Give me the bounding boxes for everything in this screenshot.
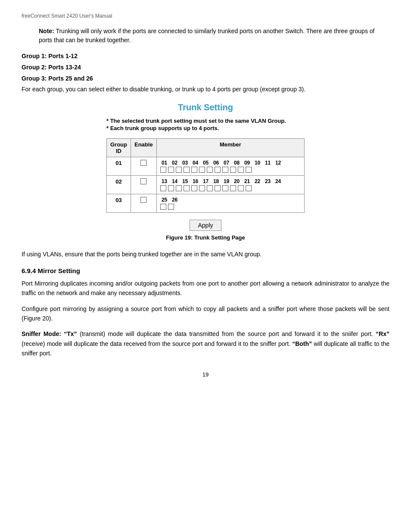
port-num-04: 04 [191,160,200,166]
port-num-17: 17 [202,178,210,184]
port-num-03: 03 [181,160,190,166]
port-num-05: 05 [202,160,210,166]
member-checkbox-g2-p1[interactable] [160,185,166,191]
tx-label: “Tx” [64,330,77,337]
port-num-06: 06 [212,160,221,166]
port-num-02: 02 [171,160,179,166]
port-num-25: 25 [160,197,169,203]
note-label: Note: [39,28,54,34]
member-checkbox-g3-p1[interactable] [160,204,166,210]
group-id-3: 03 [107,194,131,213]
trunk-table: GroupID Enable Member 010102030405060708… [106,138,305,213]
member-checkbox-g1-p4[interactable] [184,167,190,173]
port-num-22: 22 [253,178,262,184]
port-num-21: 21 [243,178,252,184]
group1-heading: Group 1: Ports 1-12 [22,53,389,59]
member-checkbox-g2-p11[interactable] [238,185,244,191]
note-block: Note: Trunking will only work if the por… [39,27,389,45]
enable-checkbox-1[interactable] [140,160,146,166]
port-num-23: 23 [264,178,272,184]
trunk-title: Trunk Setting [178,103,233,112]
section-694-para3: Sniffer Mode: “Tx” (transmit) mode will … [22,329,389,358]
port-num-10: 10 [253,160,262,166]
port-num-08: 08 [233,160,241,166]
member-checkbox-g1-p1[interactable] [160,167,166,173]
page-header: freeConnect Smart 2420 User's Manual [22,13,389,19]
trunk-note1: * The selected trunk port setting must s… [106,118,305,124]
port-num-18: 18 [212,178,221,184]
member-cell-1: 010203040506070809101112 [156,157,304,176]
note-text: Trunking will only work if the ports are… [39,28,374,44]
port-num-13: 13 [160,178,169,184]
member-checkbox-g1-p8[interactable] [215,167,221,173]
col-group-id: GroupID [107,139,131,157]
member-checkbox-g2-p6[interactable] [199,185,205,191]
member-checkbox-g2-p5[interactable] [191,185,197,191]
member-checkbox-g1-p9[interactable] [222,167,228,173]
tx-text: (transmit) mode will duplicate the data … [77,330,376,337]
body-text-1: For each group, you can select either to… [22,84,389,94]
member-checkbox-g1-p2[interactable] [168,167,174,173]
member-checkbox-g2-p4[interactable] [184,185,190,191]
enable-cell-3[interactable] [131,194,157,213]
section-694-heading: 6.9.4 Mirror Setting [22,267,389,274]
member-checkbox-g1-p7[interactable] [207,167,213,173]
enable-cell-1[interactable] [131,157,157,176]
member-checkbox-g1-p10[interactable] [230,167,236,173]
enable-checkbox-2[interactable] [140,178,146,184]
group-id-1: 01 [107,157,131,176]
member-checkbox-g2-p12[interactable] [246,185,252,191]
member-checkbox-g2-p8[interactable] [215,185,221,191]
member-cell-3: 2526 [156,194,304,213]
member-checkbox-g1-p11[interactable] [238,167,244,173]
sniffer-mode-label: Sniffer Mode: [22,330,64,337]
member-checkbox-g2-p9[interactable] [222,185,228,191]
figure-caption: Figure 19: Trunk Setting Page [166,234,245,241]
member-checkbox-g2-p3[interactable] [176,185,182,191]
vlan-note: If using VLANs, ensure that the ports be… [22,249,389,259]
both-label: “Both” [292,340,312,347]
member-cell-2: 131415161718192021222324 [156,176,304,194]
group3-heading: Group 3: Ports 25 and 26 [22,75,389,82]
port-num-14: 14 [171,178,179,184]
port-num-01: 01 [160,160,169,166]
port-num-20: 20 [233,178,241,184]
member-checkbox-g2-p7[interactable] [207,185,213,191]
trunk-section: Trunk Setting * The selected trunk port … [22,103,389,241]
enable-cell-2[interactable] [131,176,157,194]
section-694-para2: Configure port mirroring by assigning a … [22,304,389,324]
member-checkbox-g2-p10[interactable] [230,185,236,191]
col-enable: Enable [131,139,157,157]
member-checkbox-g1-p6[interactable] [199,167,205,173]
rx-text: (receive) mode will duplicate the data r… [22,340,292,347]
trunk-note2: * Each trunk group supports up to 4 port… [106,125,305,131]
port-num-11: 11 [264,160,272,166]
member-checkbox-g3-p2[interactable] [168,204,174,210]
manual-title: freeConnect Smart 2420 User's Manual [22,13,112,19]
member-checkbox-g1-p5[interactable] [191,167,197,173]
port-num-09: 09 [243,160,252,166]
group-id-2: 02 [107,176,131,194]
apply-button[interactable]: Apply [190,220,221,231]
port-num-26: 26 [171,197,179,203]
port-num-15: 15 [181,178,190,184]
section-694-para1: Port Mirroring duplicates incoming and/o… [22,279,389,298]
enable-checkbox-3[interactable] [140,197,146,203]
port-num-19: 19 [222,178,231,184]
col-member: Member [156,139,304,157]
member-checkbox-g1-p12[interactable] [246,167,252,173]
rx-label: “Rx” [376,330,389,337]
port-num-16: 16 [191,178,200,184]
port-num-12: 12 [274,160,283,166]
port-num-07: 07 [222,160,231,166]
page-number: 19 [22,371,389,378]
member-checkbox-g1-p3[interactable] [176,167,182,173]
member-checkbox-g2-p2[interactable] [168,185,174,191]
group2-heading: Group 2: Ports 13-24 [22,64,389,71]
port-num-24: 24 [274,178,283,184]
trunk-notes: * The selected trunk port setting must s… [106,118,305,132]
